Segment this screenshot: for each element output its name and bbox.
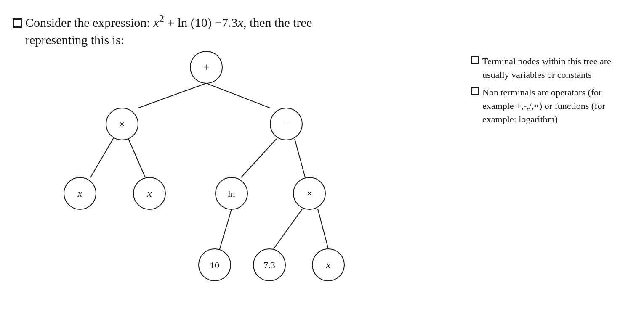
main-container: Consider the expression: x2 + ln (10) −7… <box>0 0 644 317</box>
svg-line-7 <box>274 209 302 249</box>
svg-text:×: × <box>119 119 125 129</box>
annotation-box: Terminal nodes within this tree are usua… <box>471 55 627 130</box>
svg-text:10: 10 <box>210 260 219 270</box>
svg-text:×: × <box>306 188 312 199</box>
annotation-terminal: Terminal nodes within this tree are usua… <box>471 55 627 82</box>
svg-text:+: + <box>203 61 210 73</box>
svg-text:7.3: 7.3 <box>263 260 275 270</box>
svg-line-6 <box>220 209 232 249</box>
nonterminal-text: Non terminals are operators (for example… <box>482 86 627 126</box>
svg-line-3 <box>128 139 145 177</box>
terminal-text: Terminal nodes within this tree are usua… <box>482 55 627 82</box>
svg-line-8 <box>318 209 328 249</box>
nonterminal-checkbox <box>471 87 479 95</box>
svg-line-4 <box>241 139 277 177</box>
tree-diagram: + × − x x ln × 10 7.3 x <box>25 42 370 311</box>
terminal-checkbox <box>471 56 479 64</box>
annotation-nonterminal: Non terminals are operators (for example… <box>471 86 627 126</box>
svg-text:x: x <box>326 259 331 270</box>
svg-text:−: − <box>283 117 290 130</box>
svg-line-2 <box>90 138 114 177</box>
svg-line-0 <box>138 83 206 108</box>
svg-text:x: x <box>77 188 82 199</box>
title-checkbox <box>13 18 22 28</box>
svg-line-1 <box>206 83 270 108</box>
svg-text:x: x <box>147 188 152 199</box>
svg-line-5 <box>295 139 305 177</box>
svg-text:ln: ln <box>228 188 235 199</box>
